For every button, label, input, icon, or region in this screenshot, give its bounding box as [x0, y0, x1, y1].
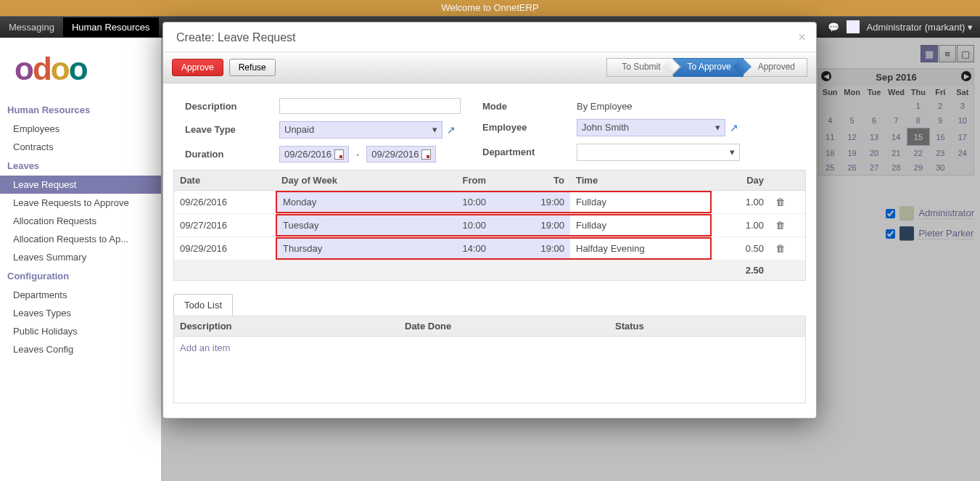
lbl-mode: Mode	[482, 98, 569, 112]
avatar	[847, 20, 860, 33]
trash-icon[interactable]: 🗑	[775, 220, 785, 231]
lbl-duration: Duration	[185, 146, 272, 163]
menu-messaging[interactable]: Messaging	[0, 17, 63, 37]
odoo-logo: odoo	[15, 51, 147, 87]
leave-request-modal: Create: Leave Request × Approve Refuse T…	[162, 22, 817, 419]
welcome-banner: Welcome to OnnetERP	[0, 0, 980, 16]
description-input[interactable]	[279, 98, 461, 114]
stage-approve[interactable]: To Approve	[673, 58, 744, 77]
menu-hr[interactable]: Human Resources	[63, 17, 159, 37]
nav-departments[interactable]: Departments	[0, 286, 161, 304]
section-leaves: Leaves	[0, 156, 161, 176]
col-dow: Day of Week	[276, 170, 413, 190]
close-icon[interactable]: ×	[798, 30, 806, 45]
col-date: Date	[174, 170, 276, 190]
lbl-employee: Employee	[482, 119, 569, 136]
sidebar: odoo Human Resources Employees Contracts…	[0, 38, 161, 481]
section-config: Configuration	[0, 266, 161, 286]
approve-button[interactable]: Approve	[172, 59, 223, 76]
lbl-description: Description	[185, 98, 272, 114]
col-to: To	[492, 170, 570, 190]
leave-type-select[interactable]: Unpaid▾	[279, 121, 442, 139]
stage-submit[interactable]: To Submit	[606, 58, 672, 77]
tab-todo-list[interactable]: Todo List	[173, 294, 233, 316]
chat-icon[interactable]: 💬	[828, 22, 839, 33]
section-hr: Human Resources	[0, 100, 161, 120]
nav-contracts[interactable]: Contracts	[0, 138, 161, 156]
nav-leave-request[interactable]: Leave Request	[0, 176, 161, 194]
col-time: Time	[570, 170, 712, 190]
nav-leaves-types[interactable]: Leaves Types	[0, 304, 161, 322]
nav-alloc-ap[interactable]: Allocation Requests to Ap...	[0, 230, 161, 248]
external-link-icon[interactable]: ↗	[447, 124, 456, 136]
nav-summary[interactable]: Leaves Summary	[0, 248, 161, 266]
col-from: From	[413, 170, 492, 190]
lbl-department: Department	[482, 144, 569, 161]
todo-col-desc: Description	[174, 316, 399, 336]
trash-icon[interactable]: 🗑	[775, 243, 785, 254]
duration-grid: Date Day of Week From To Time Day 09/26/…	[173, 170, 806, 281]
date-from-input[interactable]: 09/26/2016	[279, 146, 349, 163]
stage-approved[interactable]: Approved	[744, 58, 807, 77]
calendar-icon[interactable]	[334, 149, 344, 160]
col-day: Day	[712, 170, 770, 190]
refuse-button[interactable]: Refuse	[229, 59, 276, 76]
mode-value: By Employee	[577, 98, 740, 112]
status-bar: To Submit To Approve Approved	[606, 58, 807, 77]
nav-to-approve[interactable]: Leave Requests to Approve	[0, 194, 161, 212]
date-to-input[interactable]: 09/29/2016	[366, 146, 436, 163]
todo-col-status: Status	[609, 316, 762, 336]
employee-select[interactable]: John Smith▾	[577, 119, 725, 136]
todo-grid: Description Date Done Status Add an item	[173, 316, 806, 403]
user-menu[interactable]: Administrator (markant) ▾	[867, 22, 973, 33]
nav-leaves-config[interactable]: Leaves Config	[0, 340, 161, 358]
calendar-icon[interactable]	[421, 149, 431, 160]
modal-title: Create: Leave Request	[176, 31, 296, 44]
add-item-link[interactable]: Add an item	[174, 337, 805, 359]
grid-row[interactable]: 09/27/2016Tuesday10:0019:00Fullday1.00🗑	[174, 214, 805, 237]
trash-icon[interactable]: 🗑	[775, 197, 785, 207]
todo-col-done: Date Done	[399, 316, 609, 336]
nav-employees[interactable]: Employees	[0, 120, 161, 138]
grid-total: 2.50	[712, 260, 770, 280]
grid-row[interactable]: 09/29/2016Thursday14:0019:00Halfday Even…	[174, 237, 805, 260]
lbl-leave-type: Leave Type	[185, 121, 272, 139]
nav-alloc[interactable]: Allocation Requests	[0, 212, 161, 230]
department-select[interactable]: ▾	[577, 144, 740, 161]
grid-row[interactable]: 09/26/2016Monday10:0019:00Fullday1.00🗑	[174, 191, 805, 214]
external-link-icon[interactable]: ↗	[730, 122, 738, 133]
nav-public-holidays[interactable]: Public Holidays	[0, 322, 161, 340]
